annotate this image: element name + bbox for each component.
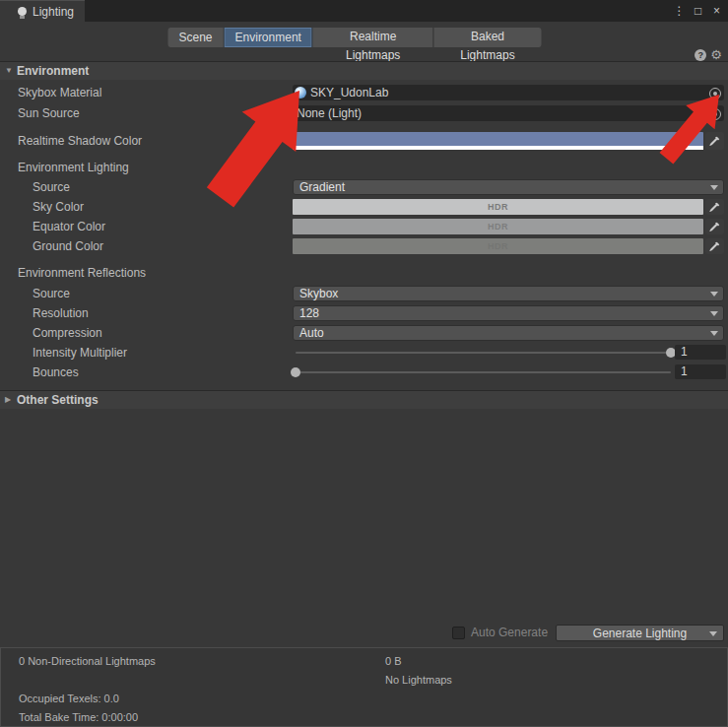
- sun-source-label: Sun Source: [18, 105, 80, 121]
- equator-color-swatch[interactable]: HDR: [293, 219, 703, 234]
- realtime-shadow-color-label: Realtime Shadow Color: [18, 132, 142, 150]
- resolution-value: 128: [299, 306, 319, 320]
- hdr-badge: HDR: [293, 202, 703, 212]
- environment-section-title: Environment: [17, 62, 89, 80]
- sky-color-label: Sky Color: [33, 199, 84, 215]
- eyedropper-icon: [709, 202, 720, 213]
- intensity-multiplier-slider[interactable]: [296, 345, 671, 361]
- object-picker-icon[interactable]: [709, 108, 721, 120]
- status-memory: 0 B: [385, 655, 402, 667]
- window-title: Lighting: [33, 5, 74, 19]
- status-panel: 0 Non-Directional Lightmaps 0 B No Light…: [0, 647, 728, 727]
- slider-handle[interactable]: [291, 367, 300, 377]
- sun-source-value: None (Light): [297, 105, 362, 121]
- tab-realtime-lightmaps[interactable]: Realtime Lightmaps: [313, 28, 434, 47]
- bounces-slider[interactable]: [296, 364, 671, 380]
- skybox-material-value: SKY_UdonLab: [310, 85, 388, 100]
- bounces-value[interactable]: 1: [675, 364, 726, 379]
- ground-color-label: Ground Color: [33, 238, 103, 254]
- status-total-bake-time: Total Bake Time: 0:00:00: [19, 711, 138, 723]
- help-icon[interactable]: ?: [695, 49, 706, 61]
- generate-lighting-label: Generate Lighting: [593, 627, 687, 640]
- other-settings-section-header[interactable]: ▶ Other Settings: [0, 390, 728, 409]
- alpha-bar: [293, 146, 703, 150]
- chevron-down-icon: [709, 631, 717, 636]
- material-sphere-icon: [295, 87, 306, 99]
- hdr-badge: HDR: [293, 241, 703, 251]
- equator-color-label: Equator Color: [33, 219, 105, 234]
- bounces-label: Bounces: [33, 364, 79, 380]
- lighting-window: Lighting ⋮ □ × Scene Environment Realtim…: [0, 0, 728, 727]
- object-picker-icon[interactable]: [709, 88, 721, 99]
- reflections-source-dropdown[interactable]: Skybox: [293, 286, 724, 301]
- ground-color-swatch[interactable]: HDR: [293, 238, 703, 254]
- sun-source-field[interactable]: None (Light): [293, 105, 724, 121]
- environment-reflections-header: Environment Reflections: [18, 265, 146, 281]
- auto-generate-checkbox[interactable]: [452, 627, 465, 639]
- compression-dropdown[interactable]: Auto: [293, 325, 724, 341]
- window-maximize-icon[interactable]: □: [691, 4, 705, 18]
- reflections-source-label: Source: [33, 286, 70, 301]
- chevron-down-icon: [710, 292, 718, 297]
- window-tab-lighting[interactable]: Lighting: [0, 0, 85, 22]
- chevron-down-icon: [710, 185, 718, 190]
- status-lightmaps-count: 0 Non-Directional Lightmaps: [19, 655, 156, 667]
- toolbar-icons: ? ⚙: [695, 48, 722, 61]
- window-menu-icon[interactable]: ⋮: [672, 4, 687, 18]
- skybox-material-label: Skybox Material: [18, 85, 101, 100]
- window-close-icon[interactable]: ×: [709, 4, 724, 18]
- eyedropper-button[interactable]: [705, 238, 724, 254]
- compression-value: Auto: [299, 326, 324, 340]
- skybox-material-field[interactable]: SKY_UdonLab: [293, 85, 724, 100]
- intensity-multiplier-label: Intensity Multiplier: [33, 345, 127, 361]
- settings-gear-icon[interactable]: ⚙: [710, 48, 722, 61]
- chevron-down-icon: [710, 331, 718, 336]
- foldout-closed-icon: ▶: [5, 391, 11, 409]
- lightbulb-icon: [18, 7, 27, 16]
- eyedropper-icon: [709, 222, 720, 232]
- toolbar: Scene Environment Realtime Lightmaps Bak…: [0, 22, 728, 61]
- environment-lighting-header: Environment Lighting: [18, 160, 129, 175]
- resolution-dropdown[interactable]: 128: [293, 305, 724, 321]
- hdr-badge: HDR: [293, 222, 703, 231]
- other-settings-title: Other Settings: [17, 391, 99, 409]
- intensity-multiplier-value[interactable]: 1: [675, 345, 726, 360]
- compression-label: Compression: [33, 325, 102, 341]
- sky-color-swatch[interactable]: HDR: [293, 199, 703, 215]
- eyedropper-button[interactable]: [705, 219, 724, 234]
- view-tabs: Scene Environment Realtime Lightmaps Bak…: [168, 28, 542, 47]
- eyedropper-button[interactable]: [705, 132, 724, 150]
- auto-generate-label: Auto Generate: [471, 625, 548, 641]
- eyedropper-icon: [709, 136, 720, 147]
- slider-track[interactable]: [296, 371, 671, 373]
- generate-row: Auto Generate Generate Lighting: [0, 625, 728, 643]
- realtime-shadow-color-swatch[interactable]: [293, 132, 703, 150]
- eyedropper-icon: [709, 241, 720, 252]
- reflections-source-value: Skybox: [299, 287, 338, 300]
- lighting-source-label: Source: [33, 179, 70, 195]
- tab-baked-lightmaps[interactable]: Baked Lightmaps: [433, 28, 541, 47]
- slider-track[interactable]: [296, 352, 671, 354]
- resolution-label: Resolution: [33, 305, 89, 321]
- window-controls: ⋮ □ ×: [672, 0, 724, 22]
- tab-environment[interactable]: Environment: [225, 28, 313, 47]
- environment-section-header[interactable]: ▼ Environment: [0, 61, 728, 80]
- generate-lighting-button[interactable]: Generate Lighting: [556, 625, 724, 641]
- lighting-source-value: Gradient: [299, 180, 345, 194]
- titlebar: Lighting ⋮ □ ×: [0, 0, 728, 22]
- status-lightmaps-info: No Lightmaps: [385, 674, 452, 686]
- status-occupied-texels: Occupied Texels: 0.0: [19, 693, 119, 704]
- foldout-open-icon: ▼: [5, 62, 13, 80]
- chevron-down-icon: [710, 311, 718, 316]
- lighting-source-dropdown[interactable]: Gradient: [293, 179, 724, 195]
- eyedropper-button[interactable]: [705, 199, 724, 215]
- tab-scene[interactable]: Scene: [168, 28, 225, 47]
